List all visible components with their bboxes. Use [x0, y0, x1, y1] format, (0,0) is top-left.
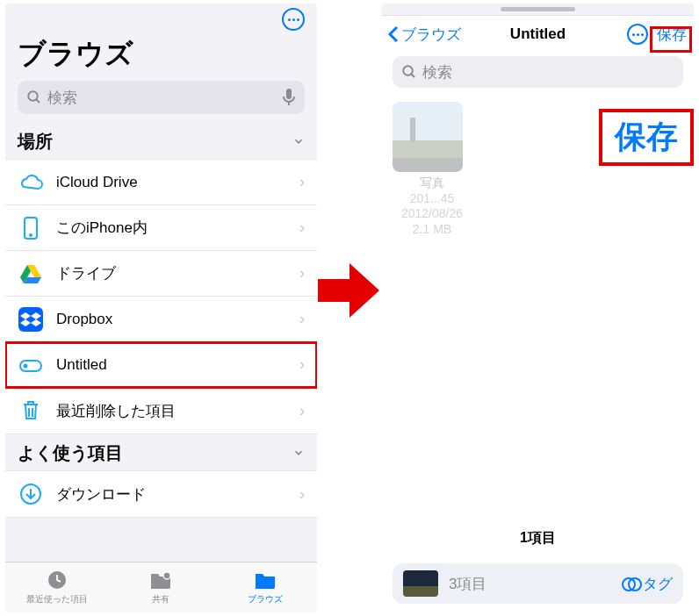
arrow-annotation	[318, 263, 379, 318]
svg-line-23	[411, 74, 414, 77]
download-icon	[18, 481, 44, 507]
tab-bar: 最近使った項目 共有 ブラウズ	[5, 562, 317, 612]
sheet-grabber[interactable]	[382, 4, 694, 16]
svg-point-15	[25, 364, 27, 367]
locations-list: iCloud Drive › このiPhone内 › ドライブ › Dropbo…	[5, 159, 317, 434]
section-label: 場所	[18, 130, 53, 154]
search-field[interactable]: 検索	[18, 81, 305, 114]
tray-thumbnail	[403, 570, 438, 597]
svg-line-1	[36, 99, 40, 103]
file-thumbnail	[393, 102, 463, 172]
save-destination-screen: ブラウズ Untitled 保存 検索 写真 201...45 2012/08/…	[382, 4, 694, 612]
chevron-down-icon	[292, 132, 305, 152]
row-label: ダウンロード	[56, 484, 146, 505]
location-dropbox[interactable]: Dropbox ›	[5, 297, 317, 342]
chevron-right-icon: ›	[299, 310, 305, 328]
save-button[interactable]: 保存	[657, 25, 687, 45]
folder-icon	[254, 569, 277, 591]
search-icon	[401, 64, 417, 80]
location-icloud[interactable]: iCloud Drive ›	[5, 160, 317, 205]
location-untitled[interactable]: Untitled ›	[5, 342, 317, 388]
folder-shared-icon	[149, 569, 172, 591]
section-header-favorites[interactable]: よく使う項目	[5, 434, 317, 470]
favorite-downloads[interactable]: ダウンロード ›	[5, 471, 317, 517]
search-placeholder: 検索	[47, 88, 77, 108]
row-label: Untitled	[56, 356, 107, 374]
navbar: ブラウズ Untitled 保存	[382, 16, 694, 53]
tag-icon	[622, 577, 639, 590]
trash-icon	[18, 398, 44, 424]
search-placeholder: 検索	[422, 62, 452, 82]
location-iphone[interactable]: このiPhone内 ›	[5, 205, 317, 251]
more-button[interactable]	[627, 24, 648, 45]
row-label: ドライブ	[56, 263, 116, 283]
page-title: ブラウズ	[5, 35, 317, 81]
file-item[interactable]: 写真 201...45 2012/08/26 2.1 MB	[393, 102, 472, 237]
topbar	[5, 4, 317, 35]
location-gdrive[interactable]: ドライブ ›	[5, 251, 317, 297]
iphone-icon	[18, 215, 44, 241]
tag-button[interactable]: タグ	[622, 574, 673, 594]
ellipsis-icon	[288, 18, 299, 21]
chevron-right-icon: ›	[299, 485, 305, 504]
tab-recents[interactable]: 最近使った項目	[5, 562, 109, 612]
gdrive-icon	[18, 261, 44, 287]
search-icon	[26, 90, 42, 105]
icloud-icon	[18, 169, 44, 196]
mic-icon[interactable]	[282, 89, 296, 106]
svg-point-5	[30, 234, 32, 236]
search-field[interactable]: 検索	[393, 56, 683, 88]
svg-point-21	[163, 572, 170, 579]
files-browse-screen: ブラウズ 検索 場所 iCloud Drive › このiPhone内 ›	[5, 4, 317, 612]
favorites-list: ダウンロード ›	[5, 470, 317, 518]
chevron-right-icon: ›	[299, 355, 305, 374]
location-trash[interactable]: 最近削除した項目 ›	[5, 388, 317, 433]
svg-rect-2	[286, 89, 292, 99]
svg-point-22	[403, 66, 413, 75]
disk-icon	[18, 352, 44, 378]
callout-annotation: 保存	[599, 109, 694, 166]
section-header-locations[interactable]: 場所	[5, 123, 317, 159]
ellipsis-icon	[632, 33, 644, 36]
tab-browse[interactable]: ブラウズ	[213, 562, 317, 612]
clock-icon	[47, 569, 68, 591]
chevron-down-icon	[292, 443, 305, 463]
selection-tray[interactable]: 3項目 タグ	[393, 563, 683, 604]
section-label: よく使う項目	[18, 441, 123, 465]
tab-label: ブラウズ	[248, 593, 283, 605]
tray-count: 3項目	[449, 574, 486, 594]
svg-rect-9	[18, 307, 43, 332]
row-label: iCloud Drive	[56, 174, 138, 191]
chevron-right-icon: ›	[299, 264, 305, 283]
tab-shared[interactable]: 共有	[109, 562, 213, 612]
row-label: このiPhone内	[56, 218, 148, 238]
dropbox-icon	[18, 306, 44, 333]
chevron-right-icon: ›	[299, 173, 305, 191]
item-count: 1項目	[393, 517, 683, 556]
tab-label: 共有	[152, 593, 169, 605]
file-caption: 写真 201...45 2012/08/26 2.1 MB	[393, 175, 472, 237]
chevron-right-icon: ›	[299, 218, 305, 237]
back-button[interactable]: ブラウズ	[387, 25, 461, 45]
tag-label: タグ	[643, 574, 673, 594]
chevron-right-icon: ›	[299, 402, 305, 420]
back-label: ブラウズ	[401, 25, 461, 45]
row-label: Dropbox	[56, 311, 112, 328]
svg-point-0	[28, 91, 38, 101]
more-button[interactable]	[282, 8, 305, 31]
tab-label: 最近使った項目	[26, 593, 88, 605]
row-label: 最近削除した項目	[56, 401, 176, 421]
